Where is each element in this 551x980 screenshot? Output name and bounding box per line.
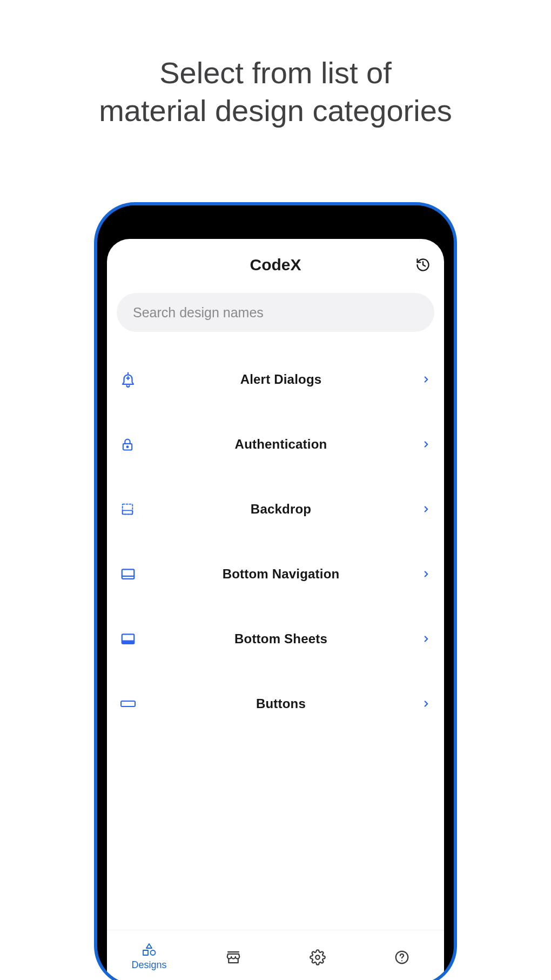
category-list: Alert Dialogs Authentication — [107, 332, 444, 930]
category-row-bottom-navigation[interactable]: Bottom Navigation — [107, 542, 444, 606]
svg-point-14 — [151, 950, 156, 955]
category-label: Buttons — [149, 696, 413, 711]
category-label: Authentication — [149, 437, 413, 452]
svg-rect-13 — [143, 950, 148, 955]
category-row-backdrop[interactable]: Backdrop — [107, 477, 444, 542]
promo-line-1: Select from list of — [159, 56, 391, 90]
category-row-authentication[interactable]: Authentication — [107, 412, 444, 477]
bottom-nav-icon — [120, 566, 149, 582]
history-icon — [415, 257, 431, 272]
svg-point-16 — [315, 955, 320, 959]
chevron-right-icon — [413, 634, 431, 644]
chevron-right-icon — [413, 375, 431, 384]
svg-point-18 — [401, 960, 402, 961]
app-header: CodeX — [107, 241, 444, 289]
button-icon — [120, 698, 149, 709]
search-container — [107, 289, 444, 332]
category-label: Bottom Navigation — [149, 566, 413, 582]
category-row-bottom-sheets[interactable]: Bottom Sheets — [107, 606, 444, 671]
nav-label: Designs — [131, 959, 166, 971]
svg-rect-6 — [123, 510, 133, 514]
svg-rect-5 — [123, 504, 133, 515]
lock-icon — [120, 437, 149, 452]
phone-frame: CodeX — [97, 205, 454, 980]
history-button[interactable] — [414, 256, 432, 274]
promo-headline: Select from list of material design cate… — [0, 0, 551, 130]
svg-rect-11 — [121, 701, 135, 706]
bottom-sheet-icon — [120, 631, 149, 647]
bottom-navigation: Designs — [107, 930, 444, 980]
svg-rect-7 — [122, 569, 135, 579]
promo-line-2: material design categories — [99, 94, 452, 128]
search-input[interactable] — [117, 293, 434, 332]
store-icon — [225, 949, 241, 965]
category-label: Alert Dialogs — [149, 372, 413, 387]
category-row-alert-dialogs[interactable]: Alert Dialogs — [107, 347, 444, 412]
app-title: CodeX — [250, 256, 301, 274]
chevron-right-icon — [413, 569, 431, 579]
phone-status-bar — [97, 205, 454, 239]
chevron-right-icon — [413, 699, 431, 709]
add-alert-icon — [120, 371, 149, 388]
svg-rect-10 — [122, 641, 135, 644]
chevron-right-icon — [413, 504, 431, 514]
shapes-icon — [141, 943, 157, 957]
svg-point-4 — [127, 446, 129, 448]
backdrop-icon — [120, 502, 149, 517]
category-row-buttons[interactable]: Buttons — [107, 671, 444, 736]
settings-icon — [310, 949, 326, 965]
svg-marker-12 — [146, 944, 152, 948]
nav-help[interactable] — [360, 930, 444, 980]
category-label: Backdrop — [149, 502, 413, 517]
app-screen: CodeX — [107, 239, 444, 980]
nav-store[interactable] — [191, 930, 276, 980]
chevron-right-icon — [413, 439, 431, 449]
help-icon — [394, 949, 410, 965]
nav-designs[interactable]: Designs — [107, 930, 191, 980]
category-label: Bottom Sheets — [149, 631, 413, 646]
nav-settings[interactable] — [276, 930, 360, 980]
